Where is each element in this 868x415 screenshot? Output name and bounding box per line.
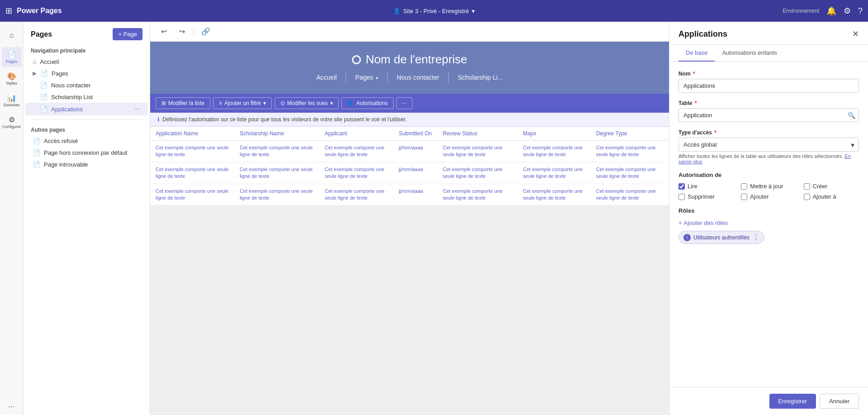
checkbox-grid: Lire Mettre à jour Créer Supprimer (678, 183, 859, 200)
col-major[interactable]: Major (517, 127, 591, 141)
table-cell: Cet exemple comporte une seule ligne de … (150, 141, 234, 162)
checkbox-mettre-a-jour[interactable]: Mettre à jour (741, 183, 796, 190)
checkbox-ajouter[interactable]: Ajouter (741, 193, 796, 200)
pages-panel: Pages + Page Navigation principale ⌂ Acc… (24, 22, 150, 415)
checkbox-ajouter-a[interactable]: Ajouter à (804, 193, 859, 200)
table-cell: Cet exemple comporte une seule ligne de … (437, 162, 517, 184)
save-button[interactable]: Enregistrer (769, 394, 816, 409)
sidebar-item-configure[interactable]: ⚙ Configurer (2, 112, 22, 132)
canvas-scroll[interactable]: Nom de l'entreprise Accueil Pages ▾ Nous… (150, 42, 669, 415)
notification-icon[interactable]: 🔔 (826, 6, 836, 16)
type-acces-select[interactable]: Accès global Accès restreint (678, 138, 859, 152)
more-options-button[interactable]: ··· (396, 97, 413, 109)
nav-item-scholarship-list[interactable]: 📄 Scholarship List (25, 91, 148, 103)
table-cell: Cet exemple comporte une seule ligne de … (319, 184, 394, 205)
col-scholarship-name[interactable]: Scholarship Name (234, 127, 319, 141)
table-cell: Cet exemple comporte une seule ligne de … (437, 184, 517, 205)
link-button[interactable]: 🔗 (199, 25, 212, 38)
col-degree-type[interactable]: Degree Type (591, 127, 669, 141)
nav-item-page-hors-connexion[interactable]: 📄 Page hors connexion par défaut (25, 147, 148, 158)
col-submitted-on[interactable]: Submitted On (393, 127, 437, 141)
toolbar-separator (194, 27, 194, 36)
checkbox-mettre-a-jour-input[interactable] (741, 183, 747, 190)
canvas-content: Nom de l'entreprise Accueil Pages ▾ Nous… (150, 42, 669, 205)
list-section: Application Name Scholarship Name Applic… (150, 127, 669, 205)
tab-de-base[interactable]: De base (678, 45, 715, 62)
sidebar-item-data-label: Données (3, 103, 19, 108)
info-text: Définissez l'autorisation sur ce liste p… (162, 116, 407, 123)
nav-section-main: Navigation principale (24, 44, 150, 56)
role-tag-label: Utilisateurs authentifiés (693, 234, 749, 241)
site-info-chevron: ▾ (472, 8, 475, 14)
nav-item-pages[interactable]: ▶ 📄 Pages (25, 67, 148, 79)
checkbox-creer[interactable]: Créer (804, 183, 859, 190)
checkbox-supprimer-label: Supprimer (688, 193, 715, 200)
checkbox-lire[interactable]: Lire (678, 183, 734, 190)
logo-circle-icon (352, 55, 361, 64)
table-cell: Cet exemple comporte une seule ligne de … (150, 184, 234, 205)
checkbox-creer-input[interactable] (804, 183, 810, 190)
checkbox-supprimer-input[interactable] (678, 194, 685, 200)
col-application-name[interactable]: Application Name (150, 127, 234, 141)
close-button[interactable]: ✕ (852, 29, 859, 44)
field-label-type-acces: Type d'accès * (678, 129, 859, 136)
table-input[interactable] (678, 108, 859, 122)
table-cell: Cet exemple comporte une seule ligne de … (319, 162, 394, 184)
sidebar-item-pages-label: Pages (6, 60, 18, 64)
add-page-button[interactable]: + Page (113, 28, 142, 40)
checkbox-supprimer[interactable]: Supprimer (678, 193, 734, 200)
modifier-vues-button[interactable]: ⊙ Modifier les vues ▾ (275, 97, 339, 109)
section-divider (31, 119, 142, 119)
nom-input[interactable] (678, 79, 859, 93)
help-icon[interactable]: ? (858, 6, 863, 16)
nav-item-accueil[interactable]: ⌂ Accueil (25, 56, 148, 67)
sidebar-item-pages[interactable]: 📄 Pages (2, 47, 22, 67)
applications-more-icon[interactable]: ··· (135, 105, 141, 113)
table-required: * (695, 100, 697, 106)
modifier-liste-button[interactable]: ⊞ Modifier la liste (156, 97, 210, 109)
checkbox-ajouter-input[interactable] (741, 194, 747, 200)
table-cell: jj/mm/aaaa (393, 141, 437, 162)
checkbox-ajouter-a-input[interactable] (804, 194, 810, 200)
cancel-button[interactable]: Annuler (820, 394, 859, 409)
ajouter-filtre-label: Ajouter un filtre (224, 100, 261, 106)
settings-icon[interactable]: ⚙ (844, 6, 851, 16)
site-nav-pages[interactable]: Pages ▾ (346, 72, 388, 83)
nav-item-page-introuvable[interactable]: 📄 Page introuvable (25, 158, 148, 170)
nav-item-acces-refuse[interactable]: 📄 Accès refusé (25, 135, 148, 147)
sidebar-item-home[interactable]: ⌂ (2, 25, 22, 45)
env-label: Environnement (783, 8, 819, 14)
site-nav-scholarship[interactable]: Scholarship Li... (449, 72, 512, 83)
field-group-nom: Nom * (678, 71, 859, 93)
nav-item-nous-contacter[interactable]: 📄 Nous contacter (25, 79, 148, 91)
ajouter-filtre-button[interactable]: ≡ Ajouter un filtre ▾ (213, 97, 272, 109)
grid-icon[interactable]: ⊞ (5, 6, 12, 16)
acces-refuse-icon: 📄 (33, 137, 40, 144)
page-hors-connexion-icon: 📄 (33, 149, 40, 156)
checkbox-lire-input[interactable] (678, 183, 685, 190)
table-cell: Cet exemple comporte une seule ligne de … (234, 184, 319, 205)
more-icon[interactable]: ··· (8, 402, 15, 411)
table-cell: Cet exemple comporte une seule ligne de … (517, 141, 591, 162)
redo-button[interactable]: ↪ (175, 25, 188, 38)
add-roles-button[interactable]: + Ajouter des rôles (678, 218, 728, 228)
undo-button[interactable]: ↩ (157, 25, 170, 38)
sidebar-item-data[interactable]: 📊 Données (2, 91, 22, 110)
right-panel-header: Applications ✕ (669, 22, 868, 45)
tab-autorisations-enfants[interactable]: Autorisations enfants (715, 45, 784, 62)
configure-icon: ⚙ (9, 115, 15, 124)
sidebar-item-configure-label: Configurer (2, 125, 21, 129)
info-icon: ℹ (157, 116, 160, 123)
table-header-row: Application Name Scholarship Name Applic… (150, 127, 669, 141)
col-review-status[interactable]: Review Status (437, 127, 517, 141)
sidebar-item-styles-label: Styles (6, 81, 17, 86)
site-nav-accueil[interactable]: Accueil (307, 72, 346, 83)
autorisations-button[interactable]: 👤 Autorisations (342, 97, 394, 109)
sidebar-item-styles[interactable]: 🎨 Styles (2, 69, 22, 89)
right-panel-title: Applications (678, 29, 727, 44)
site-nav-nous-contacter[interactable]: Nous contacter (388, 72, 449, 83)
col-applicant[interactable]: Applicant (319, 127, 394, 141)
role-tag-more-icon[interactable]: ⋮ (752, 233, 759, 242)
role-info-icon: i (683, 234, 691, 241)
nav-item-applications[interactable]: 📄 Applications ··· (25, 103, 148, 115)
